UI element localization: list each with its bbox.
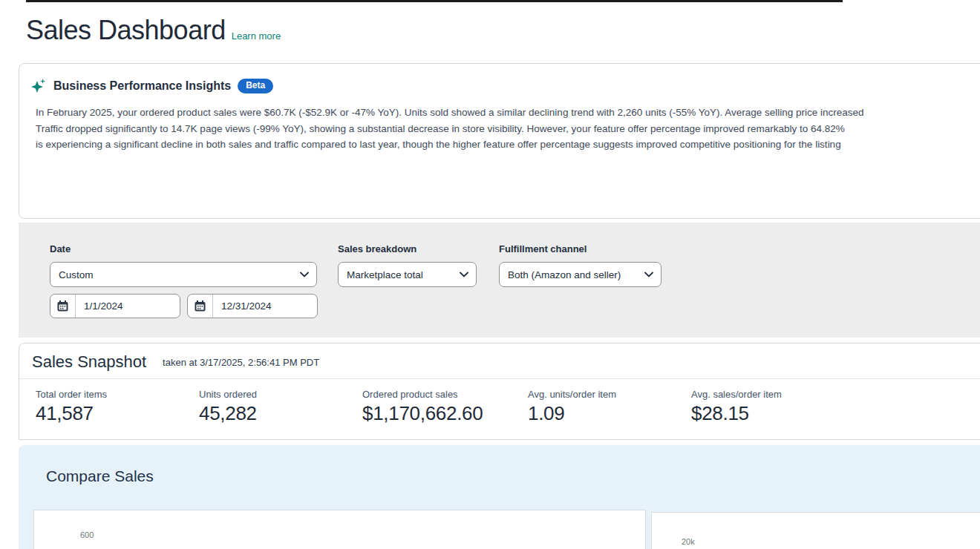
start-date-field[interactable] bbox=[50, 294, 180, 318]
compare-sales-section: Compare Sales 600 20k bbox=[19, 445, 980, 549]
snapshot-metrics-row: Total order items 41,587 Units ordered 4… bbox=[19, 379, 980, 425]
fulfillment-channel-select-value: Both (Amazon and seller) bbox=[508, 269, 621, 280]
sparkle-icon bbox=[30, 78, 47, 94]
sales-dashboard-page: Sales Dashboard Learn more Business Perf… bbox=[0, 0, 980, 549]
top-window-edge bbox=[26, 0, 843, 2]
end-date-input[interactable] bbox=[213, 300, 295, 312]
chevron-down-icon bbox=[300, 272, 309, 277]
metric-value: 45,282 bbox=[199, 402, 362, 425]
metric-total-order-items: Total order items 41,587 bbox=[36, 389, 199, 425]
chevron-down-icon bbox=[460, 272, 468, 277]
end-date-field[interactable] bbox=[187, 294, 318, 318]
metric-units-ordered: Units ordered 45,282 bbox=[199, 389, 362, 425]
start-date-input[interactable] bbox=[76, 300, 157, 312]
page-header: Sales Dashboard Learn more bbox=[26, 15, 281, 46]
beta-badge: Beta bbox=[238, 79, 273, 93]
metric-label: Avg. sales/order item bbox=[691, 389, 855, 400]
insights-title: Business Performance Insights bbox=[53, 79, 231, 93]
sales-breakdown-select[interactable]: Marketplace total bbox=[338, 262, 477, 287]
sales-snapshot-title: Sales Snapshot bbox=[32, 352, 146, 372]
chevron-down-icon bbox=[644, 272, 653, 277]
metric-avg-units-per-order-item: Avg. units/order item 1.09 bbox=[528, 389, 691, 425]
sales-breakdown-select-value: Marketplace total bbox=[347, 269, 423, 280]
metric-label: Avg. units/order item bbox=[528, 389, 691, 400]
metric-label: Ordered product sales bbox=[362, 389, 528, 400]
metric-value: $28.15 bbox=[691, 402, 855, 425]
right-chart-axis-tick: 20k bbox=[682, 537, 695, 546]
insights-line: is experiencing a significant decline in… bbox=[36, 137, 980, 153]
insights-line: Traffic dropped significantly to 14.7K p… bbox=[36, 121, 980, 137]
filter-bar: Date Custom bbox=[19, 223, 980, 338]
left-chart-axis-tick: 600 bbox=[80, 530, 94, 539]
fulfillment-channel-select[interactable]: Both (Amazon and seller) bbox=[499, 262, 662, 287]
calendar-icon[interactable] bbox=[188, 295, 213, 318]
metric-ordered-product-sales: Ordered product sales $1,170,662.60 bbox=[362, 389, 528, 425]
learn-more-link[interactable]: Learn more bbox=[232, 30, 281, 42]
sales-snapshot-header: Sales Snapshot taken at 3/17/2025, 2:56:… bbox=[19, 343, 980, 378]
sales-breakdown-label: Sales breakdown bbox=[338, 243, 416, 254]
page-title: Sales Dashboard bbox=[26, 15, 226, 46]
metric-value: 1.09 bbox=[528, 402, 691, 425]
metric-label: Total order items bbox=[36, 389, 199, 400]
date-filter-label: Date bbox=[50, 243, 71, 254]
metric-value: $1,170,662.60 bbox=[362, 402, 528, 425]
sales-snapshot-card: Sales Snapshot taken at 3/17/2025, 2:56:… bbox=[19, 343, 980, 440]
insights-header: Business Performance Insights Beta bbox=[19, 64, 980, 94]
metric-avg-sales-per-order-item: Avg. sales/order item $28.15 bbox=[691, 389, 855, 425]
compare-sales-left-chart[interactable]: 600 bbox=[33, 510, 646, 549]
fulfillment-channel-label: Fulfillment channel bbox=[499, 243, 587, 254]
date-range-select-value: Custom bbox=[59, 269, 94, 280]
metric-value: 41,587 bbox=[36, 402, 199, 425]
compare-sales-right-chart[interactable]: 20k bbox=[651, 512, 980, 549]
date-range-select[interactable]: Custom bbox=[50, 262, 317, 287]
calendar-icon[interactable] bbox=[50, 295, 76, 318]
business-performance-insights-card: Business Performance Insights Beta In Fe… bbox=[19, 63, 980, 219]
snapshot-timestamp: taken at 3/17/2025, 2:56:41 PM PDT bbox=[163, 357, 319, 368]
compare-sales-title: Compare Sales bbox=[19, 445, 980, 485]
insights-line: In February 2025, your ordered product s… bbox=[36, 105, 980, 121]
insights-summary-text: In February 2025, your ordered product s… bbox=[19, 94, 980, 153]
metric-label: Units ordered bbox=[199, 389, 362, 400]
